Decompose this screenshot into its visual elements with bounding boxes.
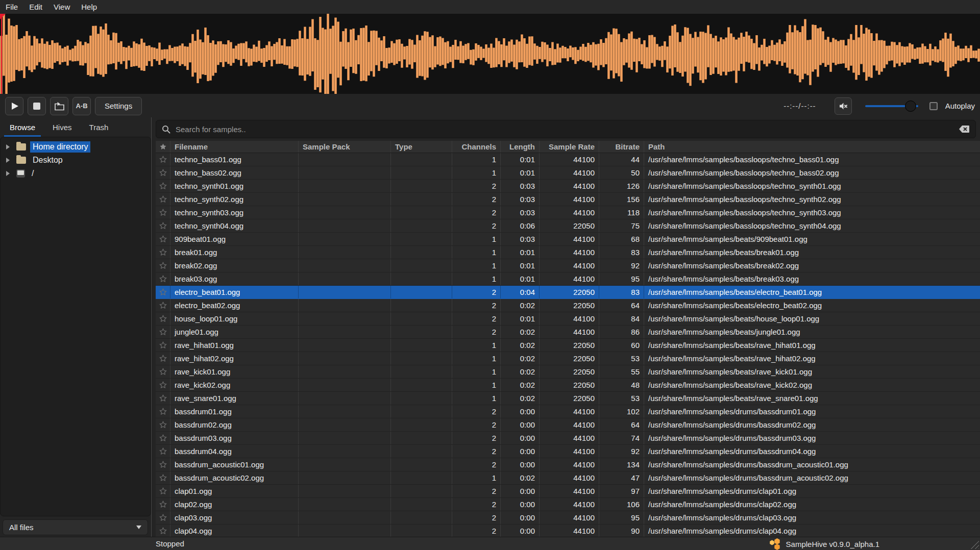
- favorite-star-icon[interactable]: [156, 299, 170, 312]
- tree-item-home-directory[interactable]: Home directory: [1, 140, 151, 154]
- favorite-star-icon[interactable]: [156, 193, 170, 206]
- column-header-channels[interactable]: Channels: [452, 141, 501, 153]
- table-row[interactable]: 909beat01.ogg10:034410068/usr/share/lmms…: [156, 233, 980, 246]
- table-row[interactable]: electro_beat02.ogg20:022205064/usr/share…: [156, 299, 980, 312]
- column-header-type[interactable]: Type: [391, 141, 452, 153]
- table-row[interactable]: bassdrum04.ogg20:004410092/usr/share/lmm…: [156, 445, 980, 458]
- favorite-star-icon[interactable]: [156, 272, 170, 285]
- cell-bitrate: 92: [599, 445, 644, 458]
- tree-item-desktop[interactable]: Desktop: [1, 154, 151, 167]
- favorite-star-icon[interactable]: [156, 498, 170, 511]
- table-row[interactable]: clap02.ogg20:0044100106/usr/share/lmms/s…: [156, 498, 980, 511]
- favorite-star-icon[interactable]: [156, 405, 170, 418]
- menu-item-view[interactable]: View: [54, 3, 70, 11]
- column-header-path[interactable]: Path: [644, 141, 980, 153]
- favorite-star-icon[interactable]: [156, 166, 170, 179]
- table-row[interactable]: techno_synth03.ogg20:0344100118/usr/shar…: [156, 206, 980, 219]
- favorite-star-icon[interactable]: [156, 219, 170, 232]
- expander-icon[interactable]: [6, 158, 10, 163]
- favorite-star-icon[interactable]: [156, 326, 170, 338]
- favorite-star-icon[interactable]: [156, 246, 170, 259]
- expander-icon[interactable]: [6, 144, 10, 149]
- table-row[interactable]: clap04.ogg20:004410090/usr/share/lmms/sa…: [156, 524, 980, 537]
- search-input[interactable]: [175, 124, 959, 134]
- favorite-star-icon[interactable]: [156, 312, 170, 325]
- table-row[interactable]: techno_bass02.ogg10:014410050/usr/share/…: [156, 166, 980, 180]
- table-row[interactable]: bassdrum01.ogg20:0044100102/usr/share/lm…: [156, 405, 980, 418]
- cell-bitrate: 95: [599, 272, 644, 285]
- cell-type: [391, 166, 452, 179]
- favorite-star-icon[interactable]: [156, 432, 170, 444]
- table-row[interactable]: bassdrum_acoustic01.ogg20:0044100134/usr…: [156, 458, 980, 471]
- favorite-star-icon[interactable]: [156, 286, 170, 298]
- table-row[interactable]: techno_synth04.ogg20:062205075/usr/share…: [156, 219, 980, 233]
- favorite-star-icon[interactable]: [156, 458, 170, 471]
- favorite-star-icon[interactable]: [156, 392, 170, 405]
- table-row[interactable]: rave_hihat02.ogg10:022205053/usr/share/l…: [156, 352, 980, 365]
- stop-button[interactable]: [28, 97, 46, 115]
- column-header-sample-pack[interactable]: Sample Pack: [299, 141, 391, 153]
- menu-item-file[interactable]: File: [6, 3, 18, 11]
- column-header-length[interactable]: Length: [501, 141, 540, 153]
- table-row[interactable]: bassdrum02.ogg20:004410064/usr/share/lmm…: [156, 418, 980, 432]
- table-row[interactable]: rave_kick02.ogg10:022205048/usr/share/lm…: [156, 379, 980, 392]
- table-row[interactable]: break03.ogg10:014410095/usr/share/lmms/s…: [156, 272, 980, 286]
- column-header-sample-rate[interactable]: Sample Rate: [540, 141, 599, 153]
- tree-item-root-directory[interactable]: /: [1, 167, 151, 180]
- favorite-star-icon[interactable]: [156, 153, 170, 166]
- table-row[interactable]: techno_bass01.ogg10:014410044/usr/share/…: [156, 153, 980, 166]
- favorite-star-icon[interactable]: [156, 418, 170, 431]
- table-row[interactable]: clap01.ogg20:004410097/usr/share/lmms/sa…: [156, 485, 980, 498]
- table-row[interactable]: rave_snare01.ogg10:022205053/usr/share/l…: [156, 392, 980, 405]
- column-header-filename[interactable]: Filename: [170, 141, 299, 153]
- playhead[interactable]: [1, 14, 2, 94]
- favorite-star-icon[interactable]: [156, 233, 170, 245]
- favorite-star-icon[interactable]: [156, 445, 170, 458]
- loop-ab-button[interactable]: A-B: [72, 97, 91, 115]
- loop-button[interactable]: [50, 97, 68, 115]
- file-filter-dropdown[interactable]: All files: [3, 519, 148, 535]
- favorite-star-icon[interactable]: [156, 365, 170, 378]
- menu-item-help[interactable]: Help: [81, 3, 97, 11]
- tab-browse[interactable]: Browse: [4, 119, 41, 137]
- table-row[interactable]: break01.ogg10:014410083/usr/share/lmms/s…: [156, 246, 980, 259]
- favorite-star-icon[interactable]: [156, 511, 170, 524]
- play-button[interactable]: [5, 97, 23, 115]
- favorite-star-icon[interactable]: [156, 352, 170, 365]
- table-row[interactable]: jungle01.ogg20:024410086/usr/share/lmms/…: [156, 326, 980, 339]
- menu-item-edit[interactable]: Edit: [29, 3, 42, 11]
- table-row[interactable]: techno_synth02.ogg20:0344100156/usr/shar…: [156, 193, 980, 206]
- favorite-star-icon[interactable]: [156, 206, 170, 219]
- volume-slider[interactable]: [865, 97, 918, 115]
- waveform-panel[interactable]: [0, 14, 980, 94]
- search-bar[interactable]: [156, 120, 976, 138]
- expander-icon[interactable]: [6, 171, 10, 176]
- favorite-star-icon[interactable]: [156, 485, 170, 497]
- favorite-star-icon[interactable]: [156, 259, 170, 272]
- favorite-star-icon[interactable]: [156, 180, 170, 192]
- table-row[interactable]: electro_beat01.ogg20:042205083/usr/share…: [156, 286, 980, 299]
- favorite-star-icon[interactable]: [156, 379, 170, 391]
- favorite-star-icon[interactable]: [156, 471, 170, 484]
- table-row[interactable]: clap03.ogg20:004410095/usr/share/lmms/sa…: [156, 511, 980, 524]
- favorite-star-icon[interactable]: [156, 524, 170, 537]
- tab-hives[interactable]: Hives: [47, 119, 78, 137]
- settings-button[interactable]: Settings: [95, 97, 142, 115]
- table-row[interactable]: techno_synth01.ogg20:0344100126/usr/shar…: [156, 180, 980, 193]
- favorite-star-icon[interactable]: [156, 339, 170, 352]
- volume-slider-knob[interactable]: [905, 101, 916, 112]
- tab-trash[interactable]: Trash: [84, 119, 114, 137]
- clear-search-icon[interactable]: [959, 125, 970, 133]
- autoplay-checkbox[interactable]: [929, 102, 938, 110]
- table-row[interactable]: rave_hihat01.ogg10:022205060/usr/share/l…: [156, 339, 980, 352]
- resize-grip[interactable]: [969, 539, 979, 549]
- table-row[interactable]: bassdrum_acoustic02.ogg10:024410047/usr/…: [156, 471, 980, 485]
- table-row[interactable]: house_loop01.ogg20:014410084/usr/share/l…: [156, 312, 980, 326]
- column-header-bitrate[interactable]: Bitrate: [599, 141, 644, 153]
- table-row[interactable]: bassdrum03.ogg20:004410074/usr/share/lmm…: [156, 432, 980, 445]
- table-row[interactable]: break02.ogg10:014410092/usr/share/lmms/s…: [156, 259, 980, 272]
- mute-button[interactable]: [835, 97, 852, 115]
- column-header-star[interactable]: [156, 141, 170, 153]
- table-row[interactable]: rave_kick01.ogg10:022205055/usr/share/lm…: [156, 365, 980, 379]
- autoplay-label[interactable]: Autoplay: [945, 102, 975, 110]
